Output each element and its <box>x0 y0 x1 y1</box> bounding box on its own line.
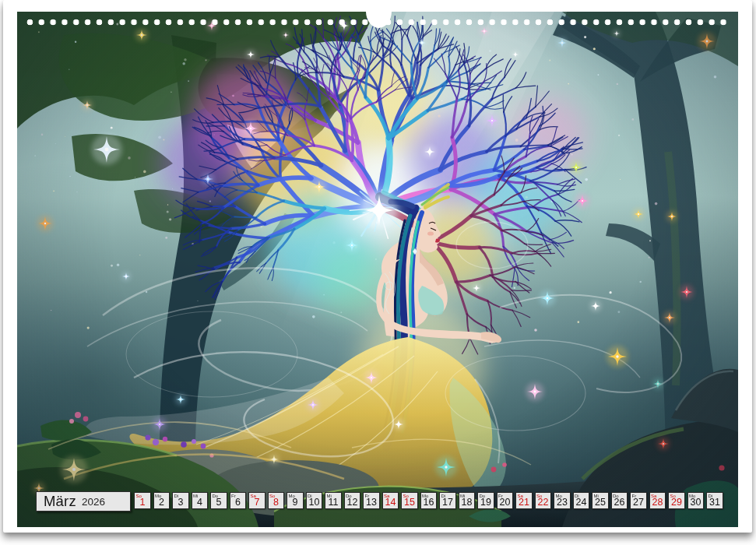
day-cell-19: Do19 <box>477 492 494 509</box>
day-cell-31: Di31 <box>706 492 723 509</box>
day-cell-6: Fr6 <box>230 492 247 509</box>
calendar-artwork: März 2026 So1Mo2Di3Mi4Do5Fr6Sa7So8Mo9Di1… <box>17 12 738 527</box>
day-number: 30 <box>688 498 704 508</box>
day-cell-20: Fr20 <box>497 492 514 509</box>
day-number: 18 <box>459 498 475 508</box>
day-number: 26 <box>612 498 628 508</box>
day-cell-13: Fr13 <box>363 492 380 509</box>
day-number: 25 <box>592 498 608 508</box>
day-cell-28: Sa28 <box>649 492 666 509</box>
day-number: 5 <box>211 498 227 508</box>
day-number: 3 <box>173 498 188 508</box>
day-number: 8 <box>269 498 284 508</box>
day-cell-24: Di24 <box>573 492 590 509</box>
day-number: 4 <box>192 498 208 508</box>
day-cell-15: So15 <box>401 492 418 509</box>
year-label: 2026 <box>82 496 105 508</box>
day-strip: So1Mo2Di3Mi4Do5Fr6Sa7So8Mo9Di10Mi11Do12F… <box>134 492 723 509</box>
day-number: 9 <box>287 498 303 508</box>
day-cell-4: Mi4 <box>192 492 209 509</box>
day-cell-21: Sa21 <box>515 492 533 509</box>
day-number: 24 <box>574 498 589 508</box>
day-cell-7: Sa7 <box>248 492 265 509</box>
day-cell-27: Fr27 <box>630 492 647 509</box>
day-cell-12: Do12 <box>344 492 361 509</box>
day-number: 23 <box>554 498 570 508</box>
day-number: 15 <box>402 498 417 508</box>
day-number: 10 <box>307 498 322 508</box>
artwork-canvas <box>17 12 738 527</box>
day-number: 17 <box>440 498 455 508</box>
day-number: 1 <box>135 498 150 508</box>
day-number: 19 <box>478 498 494 508</box>
day-number: 11 <box>325 498 341 508</box>
day-cell-3: Di3 <box>172 492 189 509</box>
day-number: 7 <box>249 498 265 508</box>
day-number: 27 <box>631 498 646 508</box>
day-number: 14 <box>383 498 399 508</box>
day-cell-1: So1 <box>134 492 151 509</box>
day-cell-29: So29 <box>668 492 685 509</box>
day-cell-9: Mo9 <box>287 492 304 509</box>
day-cell-22: So22 <box>535 492 552 509</box>
day-number: 31 <box>707 498 723 508</box>
day-cell-16: Mo16 <box>420 492 438 509</box>
day-number: 28 <box>650 498 666 508</box>
day-number: 12 <box>345 498 360 508</box>
day-cell-2: Mo2 <box>153 492 171 509</box>
day-number: 21 <box>516 498 532 508</box>
day-cell-8: So8 <box>268 492 285 509</box>
day-cell-5: Do5 <box>210 492 227 509</box>
calendar-sheet: März 2026 So1Mo2Di3Mi4Do5Fr6Sa7So8Mo9Di1… <box>3 0 752 533</box>
day-cell-11: Mi11 <box>325 492 342 509</box>
day-number: 2 <box>154 498 170 508</box>
day-number: 6 <box>230 498 246 508</box>
day-cell-14: Sa14 <box>382 492 399 509</box>
month-label: März <box>44 493 76 510</box>
day-number: 20 <box>498 498 513 508</box>
day-cell-26: Do26 <box>611 492 628 509</box>
day-cell-17: Di17 <box>439 492 456 509</box>
day-cell-30: Mo30 <box>687 492 705 509</box>
day-number: 22 <box>536 498 551 508</box>
month-box: März 2026 <box>36 491 131 512</box>
day-cell-23: Mo23 <box>554 492 571 509</box>
day-number: 13 <box>364 498 379 508</box>
day-cell-10: Di10 <box>306 492 323 509</box>
day-cell-25: Mi25 <box>592 492 609 509</box>
day-number: 29 <box>669 498 684 508</box>
day-number: 16 <box>421 498 437 508</box>
day-cell-18: Mi18 <box>459 492 476 509</box>
